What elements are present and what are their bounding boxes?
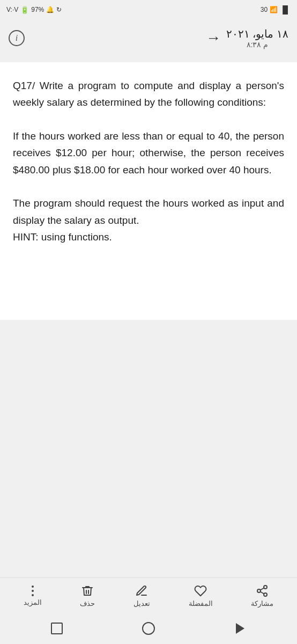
header-date-text: ١٨ مايو، ٢٠٢١ م ٨:٣٨: [226, 27, 288, 49]
status-bar: V:·V 🔋 97% 🔔 ↻ 30 📶 ▐▌: [0, 0, 297, 19]
nav-triangle-button[interactable]: [232, 620, 248, 636]
bottom-nav: [0, 613, 297, 644]
toolbar-label-share: مشاركة: [251, 599, 273, 608]
status-left: V:·V 🔋 97% 🔔 ↻: [6, 6, 62, 14]
paragraph-4: HINT: using functions.: [13, 231, 112, 243]
toolbar-item-delete[interactable]: حذف: [80, 584, 95, 608]
toolbar-label-delete: حذف: [80, 599, 95, 608]
toolbar-item-share[interactable]: مشاركة: [251, 584, 273, 608]
spacer-area: [0, 325, 297, 554]
info-icon[interactable]: i: [9, 30, 25, 46]
toolbar-label-edit: تعديل: [133, 599, 150, 608]
toolbar-label-favorite: المفضلة: [189, 599, 213, 608]
bottom-toolbar: المزيد حذف تعديل المفضلة: [0, 577, 297, 612]
square-icon: [51, 623, 63, 634]
main-content: Q17/ Write a program to compute and disp…: [0, 62, 297, 320]
content-body: Q17/ Write a program to compute and disp…: [13, 77, 284, 245]
toolbar-label-more: المزيد: [24, 598, 42, 606]
heart-icon: [194, 584, 207, 597]
trash-icon: [81, 584, 94, 597]
header-date-sub: م ٨:٣٨: [226, 40, 288, 49]
signal-text: 30: [261, 6, 268, 13]
toolbar-item-more[interactable]: المزيد: [24, 586, 42, 606]
signal-icon: ▐▌: [280, 5, 291, 14]
refresh-icon: ↻: [56, 6, 62, 13]
paragraph-3: The program should request the hours wor…: [13, 197, 284, 225]
circle-icon: [142, 622, 155, 635]
bell-icon: 🔔: [46, 6, 54, 13]
header-bar: i ١٨ مايو، ٢٠٢١ م ٨:٣٨ →: [0, 19, 297, 57]
header-date-main: ١٨ مايو، ٢٠٢١: [226, 27, 288, 40]
share-icon: [256, 584, 269, 597]
edit-icon: [135, 584, 148, 597]
battery-percent: 97%: [31, 6, 44, 13]
wifi-icon: 📶: [270, 6, 278, 13]
nav-circle-button[interactable]: [140, 620, 157, 636]
status-left-text: V:·V: [6, 6, 18, 13]
header-arrow-icon[interactable]: →: [206, 30, 221, 47]
toolbar-item-favorite[interactable]: المفضلة: [189, 584, 213, 608]
paragraph-1: Q17/ Write a program to compute and disp…: [13, 80, 284, 108]
header-date-section: ١٨ مايو، ٢٠٢١ م ٨:٣٨ →: [206, 27, 288, 49]
triangle-icon: [236, 623, 244, 634]
nav-square-button[interactable]: [49, 620, 65, 636]
status-right: 30 📶 ▐▌: [261, 5, 291, 14]
battery-icon: 🔋: [20, 6, 29, 14]
paragraph-2: If the hours worked are less than or equ…: [13, 130, 284, 175]
svg-line-3: [261, 592, 264, 594]
svg-line-4: [261, 588, 264, 590]
toolbar-item-edit[interactable]: تعديل: [133, 584, 150, 608]
three-dots-icon: [32, 586, 34, 596]
